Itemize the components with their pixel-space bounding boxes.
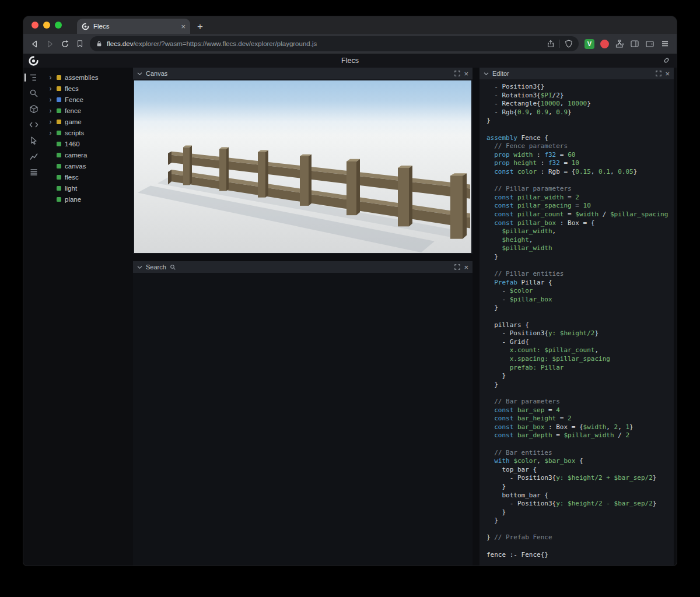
- code-line[interactable]: prop width : f32 = 60: [487, 151, 674, 160]
- code-line[interactable]: - $pillar_box: [487, 296, 674, 304]
- expand-arrow-icon[interactable]: ›: [48, 85, 53, 92]
- code-line[interactable]: const bar_sep = 4: [487, 406, 674, 415]
- red-extension-icon[interactable]: [600, 40, 609, 48]
- code-line[interactable]: // Fence parameters: [487, 142, 674, 151]
- close-panel-icon[interactable]: ×: [665, 70, 670, 78]
- new-tab-button[interactable]: +: [197, 22, 203, 31]
- code-line[interactable]: // Bar entities: [487, 449, 674, 458]
- code-line[interactable]: }: [487, 483, 674, 491]
- tree-item-canvas[interactable]: canvas: [44, 160, 130, 171]
- menu-icon[interactable]: [660, 39, 670, 48]
- puzzle-extensions-icon[interactable]: [615, 39, 624, 48]
- close-window-button[interactable]: [32, 22, 38, 29]
- code-line[interactable]: }: [487, 117, 674, 125]
- tree-item-scripts[interactable]: ›scripts: [44, 127, 130, 138]
- tree-item-assemblies[interactable]: ›assemblies: [44, 72, 130, 83]
- code-line[interactable]: const color : Rgb = {0.15, 0.1, 0.05}: [487, 168, 674, 177]
- tree-item-fence[interactable]: ›fence: [44, 105, 130, 116]
- code-line[interactable]: // Bar parameters: [487, 398, 674, 406]
- code-line[interactable]: [487, 312, 674, 321]
- editor-code[interactable]: - Position3{} - Rotation3{$PI/2} - Recta…: [480, 79, 674, 566]
- search-icon[interactable]: [23, 88, 44, 99]
- flecs-logo[interactable]: [29, 56, 38, 66]
- code-line[interactable]: - Position3{y: $height/2 + $bar_sep/2}: [487, 474, 674, 483]
- tree-icon[interactable]: [23, 72, 44, 83]
- canvas-3d-viewport[interactable]: [134, 80, 471, 253]
- canvas-panel-header[interactable]: Canvas ×: [133, 68, 473, 79]
- minimize-window-button[interactable]: [43, 22, 50, 29]
- expand-arrow-icon[interactable]: ›: [48, 74, 53, 81]
- code-line[interactable]: x.spacing: $pillar_spacing: [487, 355, 674, 364]
- tree-item-Fence[interactable]: ›Fence: [44, 94, 130, 105]
- code-line[interactable]: [487, 542, 674, 551]
- code-line[interactable]: const pillar_width = 2: [487, 194, 674, 202]
- code-line[interactable]: }: [487, 508, 674, 517]
- expand-arrow-icon[interactable]: ›: [48, 129, 53, 136]
- tab-close-icon[interactable]: ×: [181, 23, 186, 30]
- code-line[interactable]: $pillar_width,: [487, 227, 674, 236]
- code-line[interactable]: - Grid{: [487, 338, 674, 347]
- code-line[interactable]: }: [487, 381, 674, 389]
- bookmark-icon[interactable]: [75, 38, 85, 49]
- cursor-icon[interactable]: [23, 135, 44, 146]
- search-panel-body[interactable]: [133, 273, 473, 566]
- url-text[interactable]: flecs.dev/explorer/?wasm=https://www.fle…: [107, 40, 542, 47]
- code-line[interactable]: [487, 125, 674, 134]
- code-line[interactable]: $pillar_width: [487, 244, 674, 253]
- forward-button[interactable]: [44, 38, 55, 49]
- code-line[interactable]: prefab: Pillar: [487, 364, 674, 373]
- address-bar[interactable]: flecs.dev/explorer/?wasm=https://www.fle…: [90, 36, 579, 51]
- tree-item-flecs[interactable]: ›flecs: [44, 83, 130, 94]
- wallet-icon[interactable]: [645, 39, 654, 48]
- search-panel-header[interactable]: Search ×: [133, 261, 473, 273]
- link-icon[interactable]: [662, 56, 671, 65]
- expand-panel-icon[interactable]: [454, 71, 460, 76]
- expand-arrow-icon[interactable]: ›: [48, 96, 53, 103]
- editor-panel-header[interactable]: Editor ×: [480, 68, 674, 79]
- tree-item-game[interactable]: ›game: [44, 116, 130, 127]
- close-panel-icon[interactable]: ×: [464, 264, 468, 271]
- code-line[interactable]: bottom_bar {: [487, 491, 674, 500]
- tree-item-flesc[interactable]: flesc: [44, 171, 130, 182]
- brave-shields-icon[interactable]: [565, 40, 573, 48]
- code-line[interactable]: - Position3{}: [487, 83, 674, 92]
- code-line[interactable]: assembly Fence {: [487, 134, 674, 143]
- code-line[interactable]: }: [487, 304, 674, 312]
- code-line[interactable]: } // Prefab Fence: [487, 533, 674, 542]
- expand-arrow-icon[interactable]: ›: [48, 107, 53, 114]
- code-line[interactable]: }: [487, 253, 674, 262]
- code-line[interactable]: - Rectangle{10000, 10000}: [487, 100, 674, 108]
- code-line[interactable]: $height,: [487, 236, 674, 245]
- browser-tab[interactable]: Flecs ×: [77, 19, 190, 34]
- code-line[interactable]: }: [487, 517, 674, 525]
- collapse-chevron-icon[interactable]: [484, 72, 489, 76]
- code-line[interactable]: [487, 261, 674, 270]
- code-line[interactable]: [487, 177, 674, 185]
- close-panel-icon[interactable]: ×: [464, 70, 468, 78]
- expand-arrow-icon[interactable]: ›: [48, 118, 53, 125]
- code-line[interactable]: const bar_depth = $pillar_width / 2: [487, 431, 674, 440]
- cube-icon[interactable]: [23, 104, 44, 114]
- code-line[interactable]: with $color, $bar_box {: [487, 457, 674, 466]
- code-line[interactable]: x.count: $pillar_count,: [487, 346, 674, 355]
- chart-icon[interactable]: [23, 151, 44, 161]
- code-line[interactable]: top_bar {: [487, 466, 674, 475]
- expand-panel-icon[interactable]: [454, 264, 460, 270]
- back-button[interactable]: [29, 38, 40, 49]
- code-line[interactable]: const pillar_spacing = 10: [487, 202, 674, 210]
- tree-item-light[interactable]: light: [44, 182, 130, 194]
- reload-button[interactable]: [60, 38, 70, 49]
- code-line[interactable]: const bar_height = 2: [487, 415, 674, 423]
- code-line[interactable]: [487, 389, 674, 398]
- code-line[interactable]: [487, 525, 674, 534]
- zoom-window-button[interactable]: [55, 22, 62, 29]
- code-line[interactable]: prop height : f32 = 10: [487, 159, 674, 168]
- code-line[interactable]: - Rgb{0.9, 0.9, 0.9}: [487, 108, 674, 117]
- code-line[interactable]: const pillar_box : Box = {: [487, 219, 674, 228]
- code-line[interactable]: - $color: [487, 287, 674, 296]
- code-icon[interactable]: [23, 120, 44, 130]
- code-line[interactable]: pillars {: [487, 321, 674, 330]
- collapse-chevron-icon[interactable]: [137, 72, 142, 76]
- code-line[interactable]: const pillar_count = $width / $pillar_sp…: [487, 210, 674, 219]
- tree-item-plane[interactable]: plane: [44, 194, 130, 205]
